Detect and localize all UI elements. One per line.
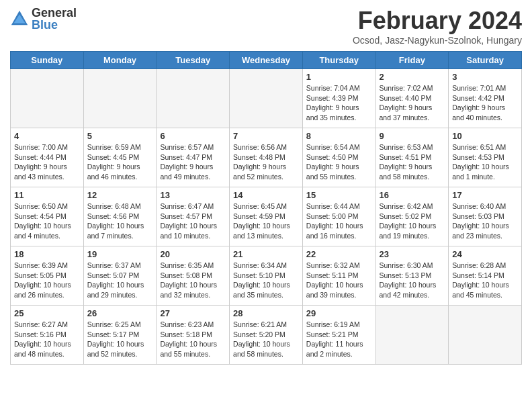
day-number: 25 [14,308,80,318]
day-number: 2 [380,72,445,82]
day-number: 27 [160,308,226,318]
calendar-cell: 5Sunrise: 6:59 AM Sunset: 4:45 PM Daylig… [83,128,157,187]
calendar-cell: 8Sunrise: 6:54 AM Sunset: 4:50 PM Daylig… [302,128,375,187]
calendar-cell: 27Sunrise: 6:23 AM Sunset: 5:18 PM Dayli… [157,306,230,365]
logo-icon [10,9,29,28]
calendar-cell: 28Sunrise: 6:21 AM Sunset: 5:20 PM Dayli… [230,306,303,365]
page-header: General Blue February 2024 Ocsod, Jasz-N… [10,7,522,46]
logo: General Blue [10,7,77,31]
day-info: Sunrise: 6:34 AM Sunset: 5:10 PM Dayligh… [233,261,299,300]
calendar-cell [83,69,157,128]
day-info: Sunrise: 6:59 AM Sunset: 4:45 PM Dayligh… [87,142,153,182]
logo-general-text: General [32,7,77,19]
calendar-week-4: 18Sunrise: 6:39 AM Sunset: 5:05 PM Dayli… [11,246,522,306]
day-number: 26 [87,308,153,318]
calendar-cell: 14Sunrise: 6:45 AM Sunset: 4:59 PM Dayli… [230,187,303,246]
calendar-cell: 21Sunrise: 6:34 AM Sunset: 5:10 PM Dayli… [230,246,303,306]
title-block: February 2024 Ocsod, Jasz-Nagykun-Szolno… [353,7,522,46]
day-info: Sunrise: 6:27 AM Sunset: 5:16 PM Dayligh… [14,320,80,359]
logo-blue-text: Blue [32,19,77,31]
day-number: 9 [380,131,445,141]
day-info: Sunrise: 6:39 AM Sunset: 5:05 PM Dayligh… [14,261,80,300]
calendar-cell: 25Sunrise: 6:27 AM Sunset: 5:16 PM Dayli… [11,306,84,365]
day-number: 20 [160,249,226,259]
day-info: Sunrise: 6:48 AM Sunset: 4:56 PM Dayligh… [87,201,153,241]
calendar-cell [375,306,449,365]
calendar-cell: 19Sunrise: 6:37 AM Sunset: 5:07 PM Dayli… [83,246,157,306]
calendar-week-5: 25Sunrise: 6:27 AM Sunset: 5:16 PM Dayli… [11,306,522,365]
calendar-cell: 23Sunrise: 6:30 AM Sunset: 5:13 PM Dayli… [375,246,449,306]
calendar-week-2: 4Sunrise: 7:00 AM Sunset: 4:44 PM Daylig… [11,128,522,187]
calendar-header-monday: Monday [83,52,157,69]
calendar-cell: 4Sunrise: 7:00 AM Sunset: 4:44 PM Daylig… [11,128,84,187]
calendar-header-wednesday: Wednesday [230,52,303,69]
day-number: 29 [306,308,372,318]
calendar-cell: 29Sunrise: 6:19 AM Sunset: 5:21 PM Dayli… [302,306,375,365]
day-info: Sunrise: 6:25 AM Sunset: 5:17 PM Dayligh… [87,320,153,359]
day-number: 6 [160,131,226,141]
calendar-cell: 7Sunrise: 6:56 AM Sunset: 4:48 PM Daylig… [230,128,303,187]
day-number: 17 [452,190,518,200]
calendar-cell: 26Sunrise: 6:25 AM Sunset: 5:17 PM Dayli… [83,306,157,365]
day-info: Sunrise: 6:45 AM Sunset: 4:59 PM Dayligh… [233,201,299,241]
calendar-cell [11,69,84,128]
day-info: Sunrise: 7:01 AM Sunset: 4:42 PM Dayligh… [452,83,518,123]
day-number: 18 [14,249,80,259]
calendar-cell: 1Sunrise: 7:04 AM Sunset: 4:39 PM Daylig… [302,69,375,128]
calendar-header-friday: Friday [375,52,449,69]
day-info: Sunrise: 7:02 AM Sunset: 4:40 PM Dayligh… [380,83,445,123]
calendar-cell: 20Sunrise: 6:35 AM Sunset: 5:08 PM Dayli… [157,246,230,306]
calendar-header-tuesday: Tuesday [157,52,230,69]
calendar-header-thursday: Thursday [302,52,375,69]
calendar-cell [230,69,303,128]
day-info: Sunrise: 6:57 AM Sunset: 4:47 PM Dayligh… [160,142,226,182]
calendar-cell: 11Sunrise: 6:50 AM Sunset: 4:54 PM Dayli… [11,187,84,246]
month-title: February 2024 [353,7,522,35]
day-number: 19 [87,249,153,259]
calendar-cell: 12Sunrise: 6:48 AM Sunset: 4:56 PM Dayli… [83,187,157,246]
day-info: Sunrise: 6:21 AM Sunset: 5:20 PM Dayligh… [233,320,299,359]
calendar-week-1: 1Sunrise: 7:04 AM Sunset: 4:39 PM Daylig… [11,69,522,128]
calendar-cell: 16Sunrise: 6:42 AM Sunset: 5:02 PM Dayli… [375,187,449,246]
calendar-cell: 9Sunrise: 6:53 AM Sunset: 4:51 PM Daylig… [375,128,449,187]
calendar-cell: 2Sunrise: 7:02 AM Sunset: 4:40 PM Daylig… [375,69,449,128]
calendar-cell: 15Sunrise: 6:44 AM Sunset: 5:00 PM Dayli… [302,187,375,246]
calendar-cell [449,306,522,365]
day-info: Sunrise: 7:04 AM Sunset: 4:39 PM Dayligh… [306,83,372,123]
day-info: Sunrise: 6:35 AM Sunset: 5:08 PM Dayligh… [160,261,226,300]
calendar-table: SundayMondayTuesdayWednesdayThursdayFrid… [10,51,522,365]
day-info: Sunrise: 6:42 AM Sunset: 5:02 PM Dayligh… [380,201,445,241]
day-number: 14 [233,190,299,200]
logo-text: General Blue [32,7,77,31]
day-info: Sunrise: 6:32 AM Sunset: 5:11 PM Dayligh… [306,261,372,300]
day-info: Sunrise: 6:19 AM Sunset: 5:21 PM Dayligh… [306,320,372,359]
day-info: Sunrise: 6:47 AM Sunset: 4:57 PM Dayligh… [160,201,226,241]
calendar-header-sunday: Sunday [11,52,84,69]
day-number: 15 [306,190,372,200]
day-number: 16 [380,190,445,200]
day-info: Sunrise: 6:40 AM Sunset: 5:03 PM Dayligh… [452,201,518,241]
day-info: Sunrise: 6:54 AM Sunset: 4:50 PM Dayligh… [306,142,372,182]
calendar-week-3: 11Sunrise: 6:50 AM Sunset: 4:54 PM Dayli… [11,187,522,246]
day-info: Sunrise: 6:37 AM Sunset: 5:07 PM Dayligh… [87,261,153,300]
day-info: Sunrise: 6:28 AM Sunset: 5:14 PM Dayligh… [452,261,518,300]
day-info: Sunrise: 6:53 AM Sunset: 4:51 PM Dayligh… [380,142,445,182]
day-info: Sunrise: 6:44 AM Sunset: 5:00 PM Dayligh… [306,201,372,241]
day-number: 1 [306,72,372,82]
day-number: 22 [306,249,372,259]
day-number: 5 [87,131,153,141]
day-number: 24 [452,249,518,259]
day-info: Sunrise: 6:56 AM Sunset: 4:48 PM Dayligh… [233,142,299,182]
location-subtitle: Ocsod, Jasz-Nagykun-Szolnok, Hungary [353,35,522,46]
day-info: Sunrise: 6:51 AM Sunset: 4:53 PM Dayligh… [452,142,518,182]
calendar-header-row: SundayMondayTuesdayWednesdayThursdayFrid… [11,52,522,69]
calendar-cell: 22Sunrise: 6:32 AM Sunset: 5:11 PM Dayli… [302,246,375,306]
day-number: 8 [306,131,372,141]
day-number: 7 [233,131,299,141]
day-number: 4 [14,131,80,141]
calendar-cell: 18Sunrise: 6:39 AM Sunset: 5:05 PM Dayli… [11,246,84,306]
calendar-cell: 3Sunrise: 7:01 AM Sunset: 4:42 PM Daylig… [449,69,522,128]
day-number: 23 [380,249,445,259]
day-number: 28 [233,308,299,318]
day-number: 12 [87,190,153,200]
